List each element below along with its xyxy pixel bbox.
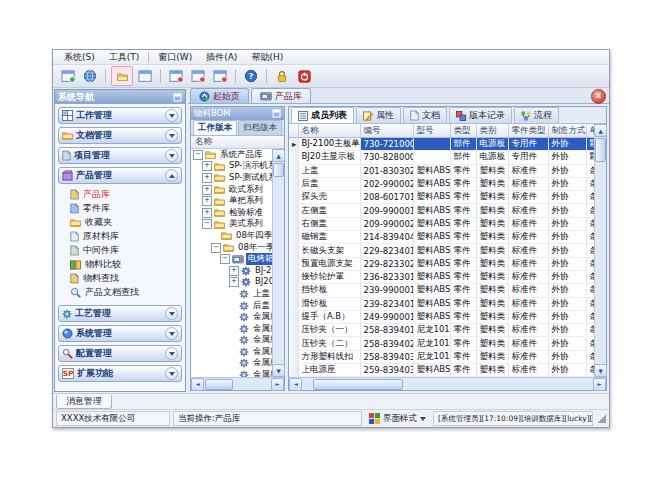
table-row[interactable]: 上盖201-830302-00X塑料ABS零件塑料类标准件外协条 — [289, 164, 594, 177]
cell[interactable]: 249-990001-01X — [360, 310, 413, 323]
cell[interactable]: 塑料类 — [476, 217, 508, 230]
cell[interactable]: 塑料类 — [476, 164, 508, 177]
cell[interactable]: 标准件 — [508, 350, 548, 363]
doc-window-delete-button[interactable] — [210, 67, 230, 85]
cell[interactable]: 条 — [586, 191, 594, 204]
exit-button[interactable] — [294, 67, 314, 85]
scroll-right-icon[interactable]: ► — [271, 378, 284, 391]
cell[interactable]: 外协 — [548, 350, 586, 363]
tree-column-header[interactable]: 名称 — [191, 136, 284, 149]
cell[interactable]: 尼龙1010 — [413, 324, 450, 337]
chevron-down-icon[interactable] — [165, 327, 178, 340]
menu-item-1[interactable]: 工具(T) — [102, 51, 147, 64]
collapse-icon[interactable]: − — [211, 243, 221, 253]
table-row[interactable]: BJ20主显示板730-828000-04X部件电源板专用件外协颗 — [289, 151, 594, 164]
tree-node-15[interactable]: 金属膜电阻器 — [191, 323, 272, 335]
cell[interactable]: 零件 — [450, 177, 476, 190]
chevron-up-icon[interactable] — [165, 169, 178, 182]
expand-icon[interactable]: + — [202, 161, 212, 171]
tree-node-13[interactable]: 后盖 — [191, 300, 272, 312]
document-tab-0[interactable]: 起始页 — [190, 88, 249, 103]
cell[interactable]: 条 — [586, 177, 594, 190]
cell[interactable]: 外协 — [548, 297, 586, 310]
cell[interactable]: 外协 — [548, 177, 586, 190]
sidebar-group-6[interactable]: 配置管理 — [58, 345, 182, 362]
content-tab-0[interactable]: 成员列表 — [291, 107, 354, 123]
cell[interactable]: 塑料ABS — [413, 164, 450, 177]
cell[interactable]: BJ-2100主板单点 — [298, 138, 360, 151]
expand-icon[interactable]: + — [229, 266, 239, 276]
column-header-2[interactable]: 型号 — [413, 124, 450, 138]
cell[interactable]: 208-601701-01X — [360, 191, 413, 204]
scroll-thumb[interactable] — [595, 138, 606, 162]
cell[interactable]: 部件 — [450, 138, 476, 151]
sidebar-group-1[interactable]: 文档管理 — [58, 127, 182, 144]
cell[interactable]: 条 — [586, 270, 594, 283]
sidebar-group-2[interactable]: 项目管理 — [58, 147, 182, 164]
table-row[interactable]: 挡钞板239-990001-01X塑料ABS零件塑料类标准件外协条 — [289, 284, 594, 297]
cell[interactable]: 条 — [586, 244, 594, 257]
scroll-right-icon[interactable]: ► — [593, 378, 606, 391]
cell[interactable]: 接钞轮护罩 — [298, 270, 360, 283]
cell[interactable]: 标准件 — [508, 324, 548, 337]
chevron-down-icon[interactable] — [165, 367, 178, 380]
table-row[interactable]: 后盖202-990002-01X塑料ABS零件塑料类标准件外协条 — [289, 177, 594, 190]
table-row[interactable]: 滑钞板239-823401-00X塑料ABS零件塑料类标准件外协条 — [289, 297, 594, 310]
cell[interactable]: 塑料ABS — [413, 244, 450, 257]
cell[interactable]: 229-823401-00X — [360, 244, 413, 257]
cell[interactable]: 202-990002-01X — [360, 177, 413, 190]
sidebar-item-2[interactable]: 收藏夹 — [70, 216, 182, 229]
tree-node-5[interactable]: +检验标准 — [191, 207, 272, 219]
cell[interactable]: 颗 — [586, 151, 594, 164]
sidebar-group-5[interactable]: 系统管理 — [58, 325, 182, 342]
cell[interactable]: 塑料类 — [476, 204, 508, 217]
cell[interactable]: 标准件 — [508, 204, 548, 217]
cell[interactable]: 塑料类 — [476, 350, 508, 363]
cell[interactable]: 零件 — [450, 231, 476, 244]
cell[interactable]: 压钞夹（二） — [298, 337, 360, 350]
close-document-button[interactable]: x — [591, 89, 606, 104]
cell[interactable]: 条 — [586, 297, 594, 310]
cell[interactable]: 塑料ABS — [413, 217, 450, 230]
menu-item-4[interactable]: 帮助(H) — [244, 51, 290, 64]
cell[interactable]: 上电源座 — [298, 364, 360, 377]
cell[interactable]: 塑料类 — [476, 177, 508, 190]
pin-icon[interactable] — [173, 93, 182, 102]
cell[interactable]: 零件 — [450, 204, 476, 217]
cell[interactable]: 零件 — [450, 257, 476, 270]
chevron-down-icon[interactable] — [165, 347, 178, 360]
panel-menu-icon[interactable] — [272, 109, 281, 118]
cell[interactable]: 标准件 — [508, 270, 548, 283]
cell[interactable]: 零件 — [450, 191, 476, 204]
cell[interactable]: 塑料ABS — [413, 284, 450, 297]
cell[interactable]: 外协 — [548, 217, 586, 230]
table-row[interactable]: 提手（A.B）249-990001-01X塑料ABS零件塑料类标准件外协条 — [289, 310, 594, 323]
cell[interactable]: 外协 — [548, 270, 586, 283]
cell[interactable]: 塑料类 — [476, 297, 508, 310]
tree-node-17[interactable]: 金属膜电阻器 — [191, 346, 272, 358]
cell[interactable]: 塑料类 — [476, 191, 508, 204]
sidebar-item-5[interactable]: 物料比较 — [70, 258, 182, 271]
table-row[interactable]: 压钞夹（一）258-839401-00X尼龙1010零件塑料类标准件外协条 — [289, 324, 594, 337]
menu-item-2[interactable]: 窗口(W) — [151, 51, 199, 64]
table-vertical-scrollbar[interactable]: ▲ ▼ — [594, 124, 606, 377]
cell[interactable]: 标准件 — [508, 244, 548, 257]
cell[interactable]: 零件 — [450, 270, 476, 283]
cell[interactable]: 外协 — [548, 284, 586, 297]
cell[interactable]: 零件 — [450, 297, 476, 310]
tree-node-6[interactable]: −美式系列 — [191, 219, 272, 231]
cell[interactable]: 塑料ABS — [413, 364, 450, 377]
cell[interactable]: 提手（A.B） — [298, 310, 360, 323]
cell[interactable]: 258-839403-00X — [360, 350, 413, 363]
cell[interactable]: 磁钢盖 — [298, 231, 360, 244]
column-header-0[interactable]: 名称 — [298, 124, 360, 138]
cell[interactable]: 电源板 — [476, 151, 508, 164]
cell[interactable]: 条 — [586, 231, 594, 244]
cell[interactable]: 探头壳 — [298, 191, 360, 204]
cell[interactable]: 标准件 — [508, 231, 548, 244]
cell[interactable]: 塑料类 — [476, 364, 508, 377]
cell[interactable]: 229-823302-00X — [360, 257, 413, 270]
cell[interactable]: 730-721000-12X — [360, 138, 413, 151]
column-header-6[interactable]: 制造方式 — [548, 124, 586, 138]
cell[interactable]: 滑钞板 — [298, 297, 360, 310]
